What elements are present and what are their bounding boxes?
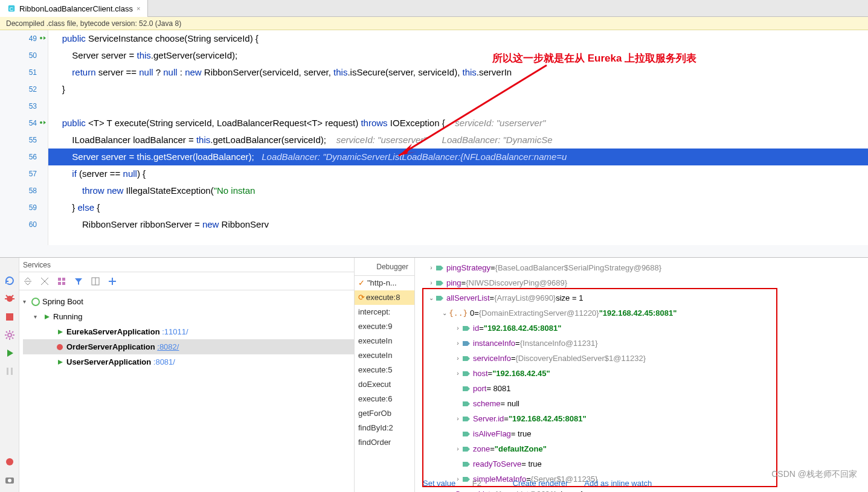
stack-frame[interactable]: intercept: bbox=[355, 305, 414, 319]
svg-point-15 bbox=[6, 458, 13, 465]
stack-frame[interactable]: ✓"http-n... bbox=[355, 276, 414, 290]
svg-point-26 bbox=[32, 298, 39, 305]
tree-running[interactable]: ▾Running bbox=[23, 309, 354, 324]
svg-rect-20 bbox=[58, 282, 61, 285]
svg-rect-21 bbox=[62, 282, 65, 285]
stack-frame[interactable]: doExecut bbox=[355, 377, 414, 392]
refresh-icon[interactable] bbox=[4, 275, 16, 287]
field-icon bbox=[436, 264, 444, 272]
field-icon bbox=[462, 430, 471, 438]
variable-actions: Set value F2 Create renderer Add as inli… bbox=[423, 476, 666, 491]
tree-app[interactable]: EurekaServerApplication :11011/ bbox=[23, 324, 354, 339]
bug-icon[interactable] bbox=[4, 293, 16, 305]
field-icon bbox=[462, 369, 471, 378]
tree-root[interactable]: ▾Spring Boot bbox=[23, 294, 354, 309]
field-icon bbox=[436, 294, 444, 302]
svg-point-2 bbox=[40, 37, 42, 39]
line-number: 58 bbox=[0, 182, 48, 199]
services-panel: Services ▾Spring Boot ▾Running EurekaSer… bbox=[19, 258, 355, 492]
stop-icon[interactable] bbox=[4, 311, 16, 323]
svg-point-3 bbox=[40, 121, 42, 124]
stack-frame[interactable]: findOrder bbox=[355, 435, 414, 450]
svg-rect-14 bbox=[11, 368, 13, 375]
field-icon bbox=[462, 445, 471, 453]
line-number: 50 bbox=[0, 47, 48, 64]
stack-frame[interactable]: execute:9 bbox=[355, 319, 414, 334]
field-icon bbox=[462, 324, 471, 333]
svg-point-17 bbox=[8, 479, 11, 482]
call-stack[interactable]: ✓"http-n... ⟳execute:8 intercept: execut… bbox=[355, 276, 414, 492]
decompiled-banner: Decompiled .class file, bytecode version… bbox=[0, 17, 868, 30]
grid-icon[interactable] bbox=[57, 276, 66, 286]
class-file-icon: C bbox=[7, 4, 16, 13]
filter-icon[interactable] bbox=[74, 276, 83, 286]
bottom-panels: Services ▾Spring Boot ▾Running EurekaSer… bbox=[0, 257, 868, 492]
expand-icon[interactable] bbox=[23, 276, 33, 286]
debugger-panel: Debugger ✓"http-n... ⟳execute:8 intercep… bbox=[355, 258, 415, 492]
line-number: 49 bbox=[0, 30, 48, 47]
svg-rect-11 bbox=[6, 313, 13, 321]
stack-frame[interactable]: executeIn bbox=[355, 334, 414, 348]
create-renderer-button[interactable]: Create renderer bbox=[513, 479, 568, 488]
field-icon bbox=[462, 415, 471, 423]
layout-icon[interactable] bbox=[91, 276, 100, 286]
camera-icon[interactable] bbox=[4, 474, 16, 486]
svg-rect-19 bbox=[62, 278, 65, 281]
svg-point-27 bbox=[57, 344, 63, 350]
collapse-icon[interactable] bbox=[40, 276, 50, 286]
services-title: Services bbox=[19, 258, 354, 272]
tab-title: RibbonLoadBalancerClient.class bbox=[19, 4, 133, 13]
line-number: 51 bbox=[0, 64, 48, 81]
code-editor[interactable]: 49 50 51 52 53 54 55 56 57 58 59 60 publ… bbox=[0, 30, 868, 245]
stack-frame[interactable]: execute:6 bbox=[355, 392, 414, 406]
run-icon[interactable] bbox=[39, 119, 47, 126]
close-icon[interactable]: × bbox=[137, 5, 140, 12]
tree-app[interactable]: OrderServerApplication :8082/ bbox=[23, 339, 354, 354]
play-icon bbox=[42, 313, 51, 321]
spring-icon bbox=[31, 298, 40, 306]
editor-tabs: C RibbonLoadBalancerClient.class × bbox=[0, 0, 868, 17]
stack-frame[interactable]: executeIn bbox=[355, 348, 414, 363]
field-icon bbox=[462, 354, 471, 363]
svg-text:C: C bbox=[10, 6, 13, 12]
run-icon[interactable] bbox=[39, 34, 47, 42]
gutter: 49 50 51 52 53 54 55 56 57 58 59 60 bbox=[0, 30, 48, 245]
variables-tree[interactable]: ›pingStrategy = {BaseLoadBalancer$Serial… bbox=[415, 258, 868, 492]
set-value-button[interactable]: Set value F2 bbox=[423, 479, 496, 488]
add-watch-button[interactable]: Add as inline watch bbox=[584, 479, 652, 488]
record-icon[interactable] bbox=[4, 456, 16, 468]
left-toolbar bbox=[0, 258, 19, 492]
stack-frame[interactable]: findById:2 bbox=[355, 421, 414, 435]
svg-rect-18 bbox=[58, 278, 61, 281]
play-icon[interactable] bbox=[4, 347, 16, 359]
line-number: 52 bbox=[0, 81, 48, 98]
field-icon bbox=[462, 385, 471, 393]
stack-frame[interactable]: ⟳execute:8 bbox=[355, 290, 414, 305]
variables-panel: ›pingStrategy = {BaseLoadBalancer$Serial… bbox=[415, 258, 868, 492]
tab-file[interactable]: C RibbonLoadBalancerClient.class × bbox=[0, 0, 148, 17]
line-number: 54 bbox=[0, 115, 48, 132]
add-icon[interactable] bbox=[108, 276, 117, 286]
field-icon bbox=[436, 279, 444, 287]
svg-point-12 bbox=[8, 333, 11, 337]
tree-app[interactable]: UserServerApplication :8081/ bbox=[23, 354, 354, 369]
stack-frame[interactable]: getForOb bbox=[355, 406, 414, 421]
code-body: public ServiceInstance choose(String ser… bbox=[48, 30, 868, 233]
debug-icon bbox=[56, 343, 64, 351]
line-number: 55 bbox=[0, 132, 48, 149]
line-number: 59 bbox=[0, 199, 48, 216]
debugger-title: Debugger bbox=[355, 258, 414, 276]
pause-icon[interactable] bbox=[4, 365, 16, 377]
annotation-text: 所以这一步就是在从 Eureka 上拉取服务列表 bbox=[492, 51, 696, 65]
field-icon bbox=[462, 400, 471, 408]
svg-line-10 bbox=[11, 295, 13, 297]
watermark: CSDN @栈老师不回家 bbox=[771, 469, 857, 480]
services-toolbar bbox=[19, 272, 354, 290]
line-number: 53 bbox=[0, 98, 48, 115]
stack-frame[interactable]: execute:5 bbox=[355, 363, 414, 377]
run-icon bbox=[56, 328, 64, 336]
line-number: 57 bbox=[0, 165, 48, 182]
services-tree[interactable]: ▾Spring Boot ▾Running EurekaServerApplic… bbox=[19, 290, 354, 369]
field-icon bbox=[462, 339, 471, 348]
gear-icon[interactable] bbox=[4, 329, 16, 341]
